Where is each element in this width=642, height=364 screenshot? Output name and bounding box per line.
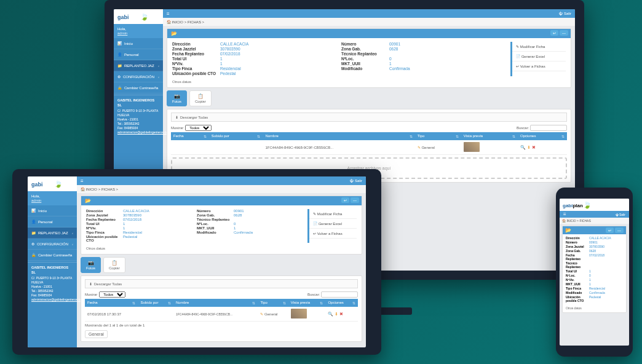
folder-open-icon: 📂 <box>171 31 177 36</box>
data-grid: DirecciónCALLE ACACIA Zona Jazztel307803… <box>167 38 571 80</box>
nav-inicio[interactable]: 📊Inicio <box>114 38 163 49</box>
logout-button[interactable]: ⏻ Salir <box>559 12 571 15</box>
table-row: 1FC44A84-849C-4968-9C9F-CB556CB... ✎ Gen… <box>171 140 567 155</box>
reply-button[interactable]: ↩ <box>550 30 558 36</box>
chevron-icon: ‹ <box>158 75 159 79</box>
nav-replanteo[interactable]: 📁REPLANTEO JAZ‹ <box>28 228 77 239</box>
col-fecha[interactable]: Fecha⇅ <box>171 132 209 140</box>
nav-personal[interactable]: 👤Personal <box>114 49 163 60</box>
tab-copiar[interactable]: 📋Copiar <box>103 257 125 273</box>
col-tipo[interactable]: Tipo⇅ <box>415 132 461 140</box>
menu-icon[interactable]: ≡ <box>81 178 84 184</box>
nav-cambiar[interactable]: 🔒Cambiar Contraseña <box>28 250 77 261</box>
nav-inicio[interactable]: 📊Inicio <box>28 205 77 216</box>
menu-icon[interactable]: ≡ <box>563 212 566 217</box>
logout-button[interactable]: ⏻ Salir <box>350 179 362 183</box>
col-op[interactable]: Opciones⇅ <box>518 132 567 140</box>
nav-replanteo[interactable]: 📁REPLANTEO JAZ‹ <box>114 60 163 71</box>
download-icon: ⬇ <box>175 115 178 119</box>
tab-fotos[interactable]: 📷Fotos <box>81 257 101 273</box>
excel-button[interactable]: 📄 Generar Excel <box>309 219 357 229</box>
tab-row: 📷Fotos 📋Copiar <box>167 90 571 106</box>
nav-config[interactable]: ⚙CONFIGURACIÓN‹ <box>114 71 163 82</box>
action-sidebar: ✎ Modificar Ficha 📄 Generar Excel ↩ Volv… <box>510 42 566 76</box>
otros-datos: Otros datos <box>167 80 571 87</box>
topbar: ≡ ⏻ Salir <box>163 9 575 18</box>
delete-icon[interactable]: ✖ <box>532 145 536 150</box>
leaf-icon: 🍃 <box>140 13 149 20</box>
copy-icon: 📋 <box>197 93 204 99</box>
panel-header: 📂 ↩ — <box>167 29 571 38</box>
volver-button[interactable]: ↩ Volver a Fichas <box>512 61 566 71</box>
modificar-button[interactable]: ✎ Modificar Ficha <box>512 42 566 52</box>
excel-button[interactable]: 📄 Generar Excel <box>512 52 566 61</box>
page-controls: Mostrar Todos Buscar: <box>171 124 567 132</box>
download-all-button[interactable]: ⬇Descargar Todas <box>171 113 567 122</box>
nav-cambiar[interactable]: 🔒Cambiar Contraseña <box>114 82 163 93</box>
download-row-icon[interactable]: ⬇ <box>527 145 531 150</box>
col-vista[interactable]: Vista previa⇅ <box>461 132 518 140</box>
phone-device: gabiplan🍃 ≡⏻ Salir 🏠 INICIO > FICHAS 📂↩—… <box>556 188 633 357</box>
tab-copiar[interactable]: 📋Copiar <box>189 90 212 106</box>
modificar-button[interactable]: ✎ Modificar Ficha <box>309 209 357 219</box>
tablet-screen: gabiplan🍃 Hola,admin 📊Inicio 👤Personal 📁… <box>28 176 366 347</box>
company-info: GABITEL INGENIEROS SL C/. PUERTO 9-10 3ª… <box>114 95 163 138</box>
camera-icon: 📷 <box>174 93 180 99</box>
lock-icon: 🔒 <box>117 85 122 90</box>
gear-icon: ⚙ <box>117 74 121 79</box>
col-subido[interactable]: Subido por⇅ <box>209 132 263 140</box>
logo: gabiplan🍃 <box>114 9 163 24</box>
ficha-panel: 📂 ↩ — DirecciónCALLE ACACIA Zona Jazztel… <box>167 28 571 88</box>
app-tablet: gabiplan🍃 Hola,admin 📊Inicio 👤Personal 📁… <box>28 176 366 347</box>
search-input[interactable] <box>530 125 567 131</box>
breadcrumb: 🏠 INICIO > FICHAS > <box>163 18 575 26</box>
nav-personal[interactable]: 👤Personal <box>28 216 77 228</box>
logout-button[interactable]: ⏻ Salir <box>616 213 625 216</box>
greeting: Hola,admin <box>114 24 163 38</box>
edit-icon[interactable]: ✎ <box>418 146 421 149</box>
photos-table: Fecha⇅ Subido por⇅ Nombre⇅ Tipo⇅ Vista p… <box>171 132 567 155</box>
phone-screen: gabiplan🍃 ≡⏻ Salir 🏠 INICIO > FICHAS 📂↩—… <box>560 199 629 346</box>
dashboard-icon: 📊 <box>117 41 122 46</box>
col-nombre[interactable]: Nombre⇅ <box>263 132 414 140</box>
menu-icon[interactable]: ≡ <box>167 11 170 17</box>
tablet-device: gabiplan🍃 Hola,admin 📊Inicio 👤Personal 📁… <box>12 169 381 355</box>
folder-icon: 📁 <box>117 63 122 68</box>
collapse-button[interactable]: — <box>560 30 568 36</box>
user-icon: 👤 <box>117 52 122 57</box>
nav-config[interactable]: ⚙CONFIGURACIÓN‹ <box>28 239 77 250</box>
tab-fotos[interactable]: 📷Fotos <box>167 90 187 106</box>
thumbnail[interactable] <box>464 142 480 152</box>
chevron-icon: ‹ <box>158 64 159 68</box>
volver-button[interactable]: ↩ Volver a Fichas <box>309 229 357 239</box>
sidebar: gabiplan🍃 Hola,admin 📊Inicio 👤Personal 📁… <box>28 176 77 347</box>
app-phone: gabiplan🍃 ≡⏻ Salir 🏠 INICIO > FICHAS 📂↩—… <box>560 199 629 346</box>
page-size-select[interactable]: Todos <box>185 125 212 131</box>
view-icon[interactable]: 🔍 <box>520 145 526 150</box>
